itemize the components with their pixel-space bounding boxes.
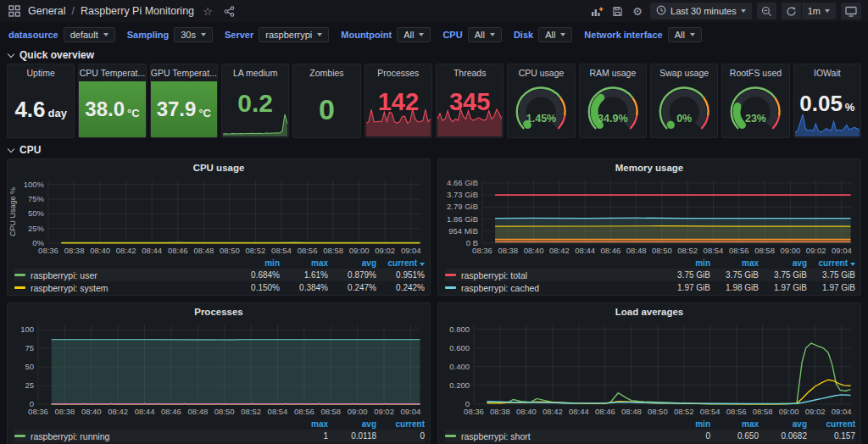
load-averages-chart[interactable]: 08:3608:3808:4008:4208:4408:4608:4808:50… (438, 319, 860, 417)
legend-column-avg[interactable]: avg (759, 419, 807, 429)
settings-gear-icon[interactable]: ⚙ (630, 3, 645, 19)
svg-text:09:02: 09:02 (374, 407, 394, 416)
legend-value: 0.0118 (328, 431, 376, 441)
series-color-swatch[interactable] (445, 435, 456, 437)
legend-value: 0 (376, 431, 425, 441)
dashboard-title[interactable]: Raspberry Pi Monitoring (81, 5, 194, 17)
variables-submenu: datasource default Sampling 30s Server r… (0, 25, 868, 45)
variable-label: Disk (514, 30, 533, 40)
variable-value-dropdown[interactable]: default (64, 27, 115, 42)
svg-text:25: 25 (25, 380, 34, 390)
legend-column-max[interactable]: max (710, 419, 759, 429)
variable-value-dropdown[interactable]: All (538, 27, 572, 42)
series-color-swatch[interactable] (445, 274, 456, 276)
time-range-picker[interactable]: Last 30 minutes (650, 3, 752, 19)
memory-usage-chart[interactable]: 08:3608:3808:4008:4208:4408:4608:4808:50… (438, 175, 860, 256)
panel-title[interactable]: RootFS used (722, 64, 788, 81)
svg-text:CPU Usage %: CPU Usage % (8, 187, 17, 236)
variable-value-dropdown[interactable]: All (668, 27, 702, 42)
panel-title[interactable]: Swap usage (651, 64, 717, 81)
refresh-button[interactable] (782, 3, 801, 19)
legend-column-current[interactable]: current (376, 258, 425, 268)
panel-title[interactable]: CPU usage (8, 159, 430, 175)
refresh-interval-picker[interactable]: 1m (802, 3, 836, 19)
stat-panel-uptime: Uptime 4.6day (7, 64, 75, 138)
variable-label: Network interface (584, 30, 662, 40)
variable-value-dropdown[interactable]: raspberrypi (259, 27, 329, 42)
legend-column-avg[interactable]: avg (759, 258, 807, 268)
series-name[interactable]: raspberrypi: system (31, 283, 108, 293)
legend-column-min[interactable]: min (662, 419, 710, 429)
load-averages-legend: minmaxavgcurrentraspberrypi: short00.650… (438, 417, 860, 444)
panel-title[interactable]: Zombies (293, 64, 359, 81)
legend-column-avg[interactable]: avg (328, 419, 376, 429)
legend-column-current[interactable]: current (807, 419, 855, 429)
panel-title[interactable]: Processes (365, 64, 431, 81)
variable-value-dropdown[interactable]: All (397, 27, 431, 42)
series-name[interactable]: raspberrypi: total (461, 270, 527, 280)
svg-text:09:02: 09:02 (375, 246, 395, 255)
legend-value: 3.75 GiB (662, 270, 710, 280)
variable-value-dropdown[interactable]: All (468, 27, 502, 42)
series-name[interactable]: raspberrypi: short (461, 431, 531, 441)
series-color-swatch[interactable] (445, 286, 456, 289)
variable-value-dropdown[interactable]: 30s (174, 27, 213, 42)
time-range-caret-icon (741, 9, 746, 13)
svg-text:0.600: 0.600 (449, 343, 470, 352)
panel-title[interactable]: Uptime (8, 64, 74, 81)
svg-text:08:40: 08:40 (516, 407, 537, 416)
panel-title[interactable]: Threads (437, 64, 503, 81)
legend-header: minmaxavgcurrent (14, 258, 425, 269)
panel-title[interactable]: LA medium (222, 64, 288, 81)
panel-title[interactable]: Load averages (438, 303, 860, 319)
favorite-star-icon[interactable]: ☆ (200, 3, 215, 19)
gauge: 23% (722, 81, 788, 137)
legend-column-min[interactable]: min (231, 258, 280, 268)
panel-title[interactable]: Processes (8, 303, 430, 319)
legend-column-current[interactable]: current (807, 258, 855, 268)
dashboard-grid-icon[interactable] (7, 3, 22, 19)
legend-column-max[interactable]: max (280, 258, 328, 268)
panel-title[interactable]: Memory usage (438, 159, 860, 175)
legend-column-avg[interactable]: avg (328, 258, 376, 268)
series-color-swatch[interactable] (14, 286, 25, 289)
legend-column-max[interactable]: max (710, 258, 759, 268)
stat-panel-gpu-temperature: GPU Temperat... 37.9°C (150, 64, 218, 138)
legend-column-current[interactable]: current (376, 419, 425, 429)
series-name[interactable]: raspberrypi: cached (461, 283, 539, 293)
share-icon[interactable] (221, 3, 236, 19)
cpu-usage-legend: minmaxavgcurrentraspberrypi: user0.684%1… (8, 256, 430, 294)
series-color-swatch[interactable] (14, 435, 25, 437)
panel-title[interactable]: CPU Temperat... (79, 64, 145, 81)
cpu-usage-chart[interactable]: 08:3608:3808:4008:4208:4408:4608:4808:50… (8, 175, 430, 256)
svg-text:08:48: 08:48 (626, 246, 647, 255)
processes-chart[interactable]: 08:3608:3808:4008:4208:4408:4608:4808:50… (8, 319, 430, 417)
row-header-cpu[interactable]: CPU (7, 143, 868, 156)
series-name[interactable]: raspberrypi: user (31, 270, 97, 280)
svg-text:08:42: 08:42 (549, 246, 570, 255)
series-name[interactable]: raspberrypi: running (31, 431, 109, 441)
gauge: 1.45% (508, 81, 574, 137)
svg-text:08:38: 08:38 (490, 407, 510, 416)
legend-value: 0.951% (376, 270, 425, 280)
breadcrumb-section[interactable]: General (28, 5, 65, 17)
legend-value: 1 (280, 431, 328, 441)
tv-kiosk-button[interactable] (841, 3, 861, 19)
svg-text:08:38: 08:38 (64, 246, 85, 255)
quick-overview-panels: Uptime 4.6day CPU Temperat... 38.0°C GPU… (7, 64, 861, 138)
row-header-quick-overview[interactable]: Quick overview (7, 48, 868, 61)
panel-title[interactable]: IOWait (794, 64, 860, 81)
gauge-value: 1.45% (508, 113, 574, 125)
panel-title[interactable]: CPU usage (508, 64, 574, 81)
legend-row: raspberrypi: user0.684%1.61%0.879%0.951% (14, 269, 425, 281)
panel-title[interactable]: GPU Temperat... (151, 64, 217, 81)
save-dashboard-icon[interactable] (609, 3, 625, 19)
series-color-swatch[interactable] (14, 274, 25, 276)
zoom-out-time-button[interactable] (757, 3, 776, 19)
legend-column-max[interactable]: max (280, 419, 328, 429)
stat-panel-zombies: Zombies 0 (292, 64, 360, 138)
legend-column-min[interactable]: min (662, 258, 710, 268)
svg-text:4.66 GiB: 4.66 GiB (447, 178, 478, 187)
add-panel-icon[interactable] (589, 3, 604, 19)
panel-title[interactable]: RAM usage (580, 64, 646, 81)
